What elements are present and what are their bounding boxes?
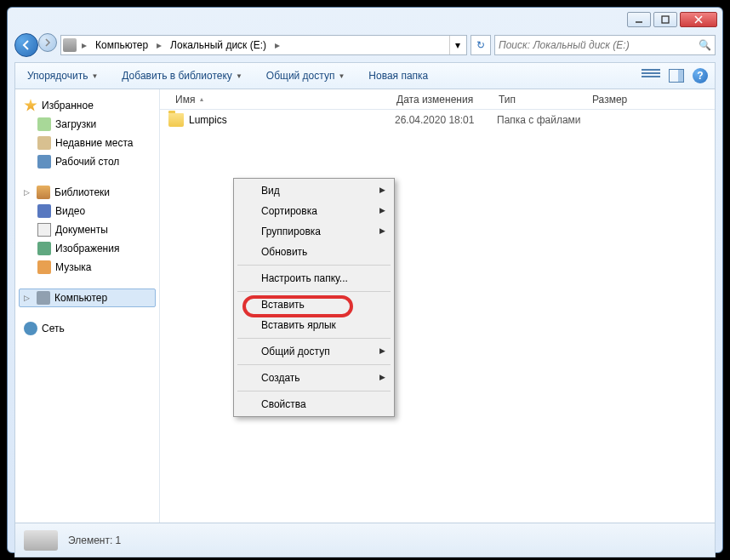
sidebar-music[interactable]: Музыка xyxy=(19,258,156,277)
separator xyxy=(237,338,391,339)
search-box[interactable]: 🔍 xyxy=(494,35,716,55)
submenu-arrow-icon: ▶ xyxy=(379,373,385,381)
ctx-customize[interactable]: Настроить папку... xyxy=(236,268,392,289)
submenu-arrow-icon: ▶ xyxy=(379,346,385,355)
star-icon xyxy=(24,99,37,112)
drive-icon xyxy=(63,38,77,52)
file-row[interactable]: Lumpics 26.04.2020 18:01 Папка с файлами xyxy=(160,110,715,130)
separator xyxy=(237,364,391,365)
svg-rect-1 xyxy=(662,16,669,23)
search-icon[interactable]: 🔍 xyxy=(699,39,711,51)
titlebar xyxy=(8,8,722,31)
column-name[interactable]: Имя▴ xyxy=(168,94,390,106)
sidebar-images[interactable]: Изображения xyxy=(19,239,156,258)
explorer-window: ▸ Компьютер ▸ Локальный диск (E:) ▸ ▾ ↻ … xyxy=(7,7,723,553)
music-icon xyxy=(37,260,51,274)
file-name: Lumpics xyxy=(189,114,395,126)
sidebar-network[interactable]: Сеть xyxy=(19,319,156,338)
maximize-button[interactable] xyxy=(653,12,677,27)
ctx-paste-shortcut[interactable]: Вставить ярлык xyxy=(236,315,392,335)
submenu-arrow-icon: ▶ xyxy=(379,206,385,214)
ctx-paste[interactable]: Вставить xyxy=(236,294,392,315)
chevron-right-icon[interactable]: ▸ xyxy=(155,39,163,51)
share-button[interactable]: Общий доступ▼ xyxy=(261,67,351,84)
ctx-create[interactable]: Создать▶ xyxy=(236,368,392,388)
chevron-right-icon: ▷ xyxy=(24,188,32,197)
breadcrumb-computer[interactable]: Компьютер xyxy=(92,37,151,53)
status-item-count: Элемент: 1 xyxy=(68,534,121,546)
add-to-library-button[interactable]: Добавить в библиотеку▼ xyxy=(117,67,247,84)
document-icon xyxy=(37,223,51,237)
column-type[interactable]: Тип xyxy=(492,94,585,106)
view-options-button[interactable] xyxy=(642,69,660,83)
separator xyxy=(237,391,391,391)
folder-icon xyxy=(168,113,184,127)
sort-indicator-icon: ▴ xyxy=(200,95,203,103)
sidebar-libraries[interactable]: ▷Библиотеки xyxy=(19,183,156,202)
ctx-group[interactable]: Группировка▶ xyxy=(236,221,392,242)
chevron-right-icon[interactable]: ▸ xyxy=(80,39,88,51)
toolbar: Упорядочить▼ Добавить в библиотеку▼ Общи… xyxy=(14,62,716,89)
help-button[interactable]: ? xyxy=(693,68,708,83)
drive-icon xyxy=(24,530,58,551)
nav-row: ▸ Компьютер ▸ Локальный диск (E:) ▸ ▾ ↻ … xyxy=(14,31,716,59)
ctx-sort[interactable]: Сортировка▶ xyxy=(236,201,392,221)
address-dropdown[interactable]: ▾ xyxy=(449,36,465,54)
sidebar-desktop[interactable]: Рабочий стол xyxy=(19,152,156,171)
ctx-sharing[interactable]: Общий доступ▶ xyxy=(236,341,392,362)
breadcrumb-drive[interactable]: Локальный диск (E:) xyxy=(167,37,270,53)
desktop-icon xyxy=(37,155,51,169)
context-menu: Вид▶ Сортировка▶ Группировка▶ Обновить Н… xyxy=(233,178,395,417)
submenu-arrow-icon: ▶ xyxy=(379,186,385,194)
file-type: Папка с файлами xyxy=(497,114,599,126)
new-folder-button[interactable]: Новая папка xyxy=(363,67,433,84)
chevron-right-icon: ▷ xyxy=(24,294,32,302)
search-input[interactable] xyxy=(499,39,699,51)
sidebar-downloads[interactable]: Загрузки xyxy=(19,115,156,134)
column-date[interactable]: Дата изменения xyxy=(390,94,492,106)
status-bar: Элемент: 1 xyxy=(14,523,716,557)
preview-pane-button[interactable] xyxy=(669,69,684,83)
close-button[interactable] xyxy=(680,12,717,27)
column-size[interactable]: Размер xyxy=(585,94,645,106)
address-bar[interactable]: ▸ Компьютер ▸ Локальный диск (E:) ▸ ▾ xyxy=(60,35,467,55)
image-icon xyxy=(37,242,51,255)
separator xyxy=(237,291,391,292)
sidebar-documents[interactable]: Документы xyxy=(19,220,156,239)
recent-icon xyxy=(37,136,51,150)
submenu-arrow-icon: ▶ xyxy=(379,226,385,235)
downloads-icon xyxy=(37,117,51,131)
file-date: 26.04.2020 18:01 xyxy=(395,114,497,126)
sidebar-computer[interactable]: ▷Компьютер xyxy=(19,289,156,307)
sidebar-video[interactable]: Видео xyxy=(19,202,156,220)
sidebar-recent[interactable]: Недавние места xyxy=(19,134,156,152)
computer-icon xyxy=(37,291,50,305)
library-icon xyxy=(37,186,50,199)
sidebar: Избранное Загрузки Недавние места Рабочи… xyxy=(15,89,160,523)
ctx-refresh[interactable]: Обновить xyxy=(236,242,392,262)
chevron-right-icon[interactable]: ▸ xyxy=(273,39,282,51)
minimize-button[interactable] xyxy=(627,12,651,27)
network-icon xyxy=(24,322,37,335)
organize-button[interactable]: Упорядочить▼ xyxy=(22,67,103,84)
ctx-view[interactable]: Вид▶ xyxy=(236,180,392,201)
forward-button[interactable] xyxy=(38,33,57,52)
video-icon xyxy=(37,204,51,218)
separator xyxy=(237,265,391,266)
ctx-properties[interactable]: Свойства xyxy=(236,394,392,414)
sidebar-favorites[interactable]: Избранное xyxy=(19,96,156,115)
refresh-button[interactable]: ↻ xyxy=(471,35,491,55)
column-headers: Имя▴ Дата изменения Тип Размер xyxy=(160,89,715,110)
back-button[interactable] xyxy=(14,33,38,57)
